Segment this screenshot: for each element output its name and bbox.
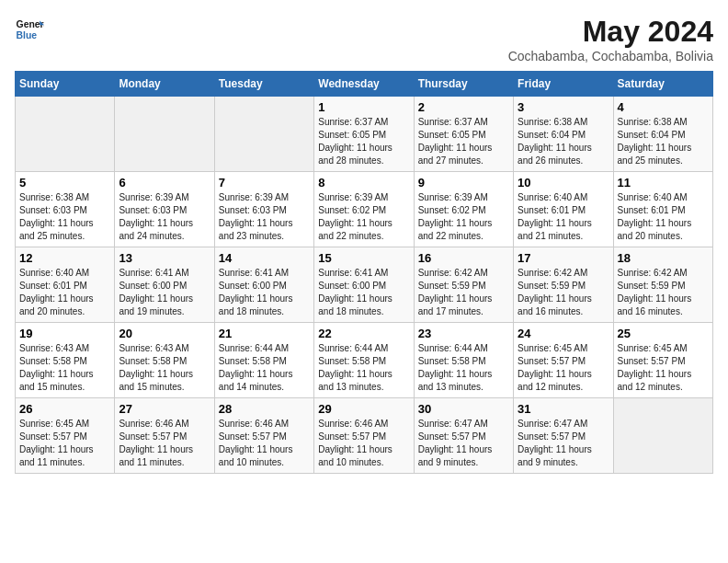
calendar-cell: 24Sunrise: 6:45 AMSunset: 5:57 PMDayligh…	[514, 323, 613, 398]
page-header: General Blue May 2024 Cochabamba, Cochab…	[15, 15, 713, 63]
day-number: 22	[318, 327, 409, 340]
calendar-week-3: 12Sunrise: 6:40 AMSunset: 6:01 PMDayligh…	[16, 247, 713, 323]
day-info: Sunrise: 6:44 AMSunset: 5:58 PMDaylight:…	[318, 342, 409, 394]
calendar-cell: 27Sunrise: 6:46 AMSunset: 5:57 PMDayligh…	[115, 398, 214, 474]
day-info: Sunrise: 6:45 AMSunset: 5:57 PMDaylight:…	[518, 342, 609, 394]
calendar-cell: 6Sunrise: 6:39 AMSunset: 6:03 PMDaylight…	[115, 172, 214, 247]
day-number: 3	[518, 100, 609, 114]
calendar-cell: 1Sunrise: 6:37 AMSunset: 6:05 PMDaylight…	[314, 97, 414, 172]
svg-text:Blue: Blue	[17, 30, 38, 40]
calendar-cell: 31Sunrise: 6:47 AMSunset: 5:57 PMDayligh…	[514, 398, 613, 474]
day-info: Sunrise: 6:40 AMSunset: 6:01 PMDaylight:…	[19, 267, 110, 318]
calendar-cell: 15Sunrise: 6:41 AMSunset: 6:00 PMDayligh…	[314, 247, 414, 323]
day-number: 7	[219, 176, 310, 190]
day-info: Sunrise: 6:43 AMSunset: 5:58 PMDaylight:…	[19, 342, 110, 394]
calendar-cell: 5Sunrise: 6:38 AMSunset: 6:03 PMDaylight…	[16, 172, 115, 247]
day-number: 1	[318, 100, 409, 114]
day-info: Sunrise: 6:43 AMSunset: 5:58 PMDaylight:…	[119, 342, 210, 394]
day-number: 15	[318, 251, 409, 265]
header-friday: Friday	[514, 72, 613, 97]
day-number: 12	[19, 251, 110, 265]
logo: General Blue	[15, 15, 44, 44]
day-number: 31	[518, 402, 609, 416]
calendar-cell: 26Sunrise: 6:45 AMSunset: 5:57 PMDayligh…	[16, 398, 115, 474]
day-number: 4	[618, 100, 709, 114]
header-tuesday: Tuesday	[214, 72, 313, 97]
day-info: Sunrise: 6:44 AMSunset: 5:58 PMDaylight:…	[418, 342, 509, 394]
day-number: 11	[618, 176, 709, 190]
calendar-cell: 18Sunrise: 6:42 AMSunset: 5:59 PMDayligh…	[613, 247, 712, 323]
day-info: Sunrise: 6:37 AMSunset: 6:05 PMDaylight:…	[418, 116, 509, 167]
calendar-cell: 4Sunrise: 6:38 AMSunset: 6:04 PMDaylight…	[613, 97, 712, 172]
day-number: 13	[119, 251, 210, 265]
calendar-week-1: 1Sunrise: 6:37 AMSunset: 6:05 PMDaylight…	[16, 97, 713, 172]
calendar-table: SundayMondayTuesdayWednesdayThursdayFrid…	[15, 71, 713, 474]
day-info: Sunrise: 6:42 AMSunset: 5:59 PMDaylight:…	[418, 267, 509, 318]
day-info: Sunrise: 6:41 AMSunset: 6:00 PMDaylight:…	[119, 267, 210, 318]
logo-icon: General Blue	[15, 15, 44, 44]
day-number: 28	[219, 402, 310, 416]
day-number: 8	[318, 176, 409, 190]
day-info: Sunrise: 6:46 AMSunset: 5:57 PMDaylight:…	[219, 418, 310, 469]
day-info: Sunrise: 6:39 AMSunset: 6:03 PMDaylight:…	[219, 191, 310, 243]
calendar-cell: 2Sunrise: 6:37 AMSunset: 6:05 PMDaylight…	[414, 97, 513, 172]
day-number: 17	[518, 251, 609, 265]
day-number: 6	[119, 176, 210, 190]
day-info: Sunrise: 6:39 AMSunset: 6:03 PMDaylight:…	[119, 191, 210, 243]
calendar-cell	[613, 398, 712, 474]
calendar-cell: 8Sunrise: 6:39 AMSunset: 6:02 PMDaylight…	[314, 172, 414, 247]
calendar-cell: 11Sunrise: 6:40 AMSunset: 6:01 PMDayligh…	[613, 172, 712, 247]
day-info: Sunrise: 6:42 AMSunset: 5:59 PMDaylight:…	[518, 267, 609, 318]
day-number: 29	[318, 402, 409, 416]
calendar-cell: 10Sunrise: 6:40 AMSunset: 6:01 PMDayligh…	[514, 172, 613, 247]
calendar-cell: 21Sunrise: 6:44 AMSunset: 5:58 PMDayligh…	[214, 323, 313, 398]
calendar-cell: 12Sunrise: 6:40 AMSunset: 6:01 PMDayligh…	[16, 247, 115, 323]
day-info: Sunrise: 6:47 AMSunset: 5:57 PMDaylight:…	[418, 418, 509, 469]
month-title: May 2024	[508, 15, 713, 49]
day-number: 18	[618, 251, 709, 265]
header-monday: Monday	[115, 72, 214, 97]
calendar-cell	[214, 97, 313, 172]
day-info: Sunrise: 6:41 AMSunset: 6:00 PMDaylight:…	[219, 267, 310, 318]
calendar-cell: 17Sunrise: 6:42 AMSunset: 5:59 PMDayligh…	[514, 247, 613, 323]
calendar-cell: 7Sunrise: 6:39 AMSunset: 6:03 PMDaylight…	[214, 172, 313, 247]
day-number: 20	[119, 327, 210, 340]
day-info: Sunrise: 6:46 AMSunset: 5:57 PMDaylight:…	[318, 418, 409, 469]
calendar-cell: 13Sunrise: 6:41 AMSunset: 6:00 PMDayligh…	[115, 247, 214, 323]
day-number: 16	[418, 251, 509, 265]
day-info: Sunrise: 6:42 AMSunset: 5:59 PMDaylight:…	[618, 267, 709, 318]
day-number: 2	[418, 100, 509, 114]
day-info: Sunrise: 6:45 AMSunset: 5:57 PMDaylight:…	[19, 418, 110, 469]
calendar-cell: 30Sunrise: 6:47 AMSunset: 5:57 PMDayligh…	[414, 398, 513, 474]
day-number: 27	[119, 402, 210, 416]
calendar-header-row: SundayMondayTuesdayWednesdayThursdayFrid…	[16, 72, 713, 97]
calendar-body: 1Sunrise: 6:37 AMSunset: 6:05 PMDaylight…	[16, 97, 713, 474]
day-number: 23	[418, 327, 509, 340]
calendar-cell: 19Sunrise: 6:43 AMSunset: 5:58 PMDayligh…	[16, 323, 115, 398]
day-info: Sunrise: 6:38 AMSunset: 6:03 PMDaylight:…	[19, 191, 110, 243]
header-thursday: Thursday	[414, 72, 513, 97]
header-sunday: Sunday	[16, 72, 115, 97]
calendar-cell: 25Sunrise: 6:45 AMSunset: 5:57 PMDayligh…	[613, 323, 712, 398]
calendar-cell: 22Sunrise: 6:44 AMSunset: 5:58 PMDayligh…	[314, 323, 414, 398]
day-number: 14	[219, 251, 310, 265]
day-info: Sunrise: 6:40 AMSunset: 6:01 PMDaylight:…	[618, 191, 709, 243]
calendar-week-4: 19Sunrise: 6:43 AMSunset: 5:58 PMDayligh…	[16, 323, 713, 398]
calendar-cell	[16, 97, 115, 172]
calendar-cell: 3Sunrise: 6:38 AMSunset: 6:04 PMDaylight…	[514, 97, 613, 172]
calendar-week-2: 5Sunrise: 6:38 AMSunset: 6:03 PMDaylight…	[16, 172, 713, 247]
calendar-cell	[115, 97, 214, 172]
day-number: 10	[518, 176, 609, 190]
day-info: Sunrise: 6:39 AMSunset: 6:02 PMDaylight:…	[418, 191, 509, 243]
calendar-cell: 20Sunrise: 6:43 AMSunset: 5:58 PMDayligh…	[115, 323, 214, 398]
day-info: Sunrise: 6:37 AMSunset: 6:05 PMDaylight:…	[318, 116, 409, 167]
day-info: Sunrise: 6:38 AMSunset: 6:04 PMDaylight:…	[518, 116, 609, 167]
calendar-week-5: 26Sunrise: 6:45 AMSunset: 5:57 PMDayligh…	[16, 398, 713, 474]
header-wednesday: Wednesday	[314, 72, 414, 97]
day-info: Sunrise: 6:38 AMSunset: 6:04 PMDaylight:…	[618, 116, 709, 167]
day-number: 25	[618, 327, 709, 340]
day-number: 9	[418, 176, 509, 190]
calendar-cell: 14Sunrise: 6:41 AMSunset: 6:00 PMDayligh…	[214, 247, 313, 323]
day-info: Sunrise: 6:40 AMSunset: 6:01 PMDaylight:…	[518, 191, 609, 243]
day-number: 30	[418, 402, 509, 416]
